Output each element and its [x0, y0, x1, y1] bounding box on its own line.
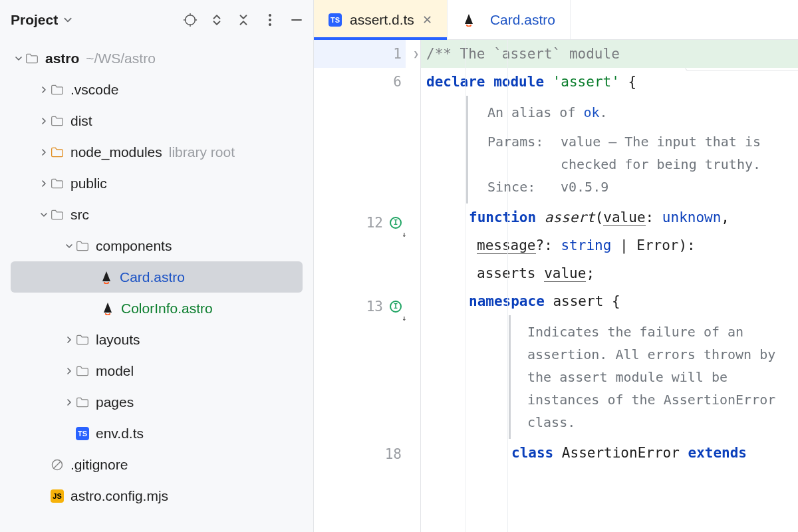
tab-card[interactable]: Card.astro [448, 0, 571, 39]
doc-block: Indicates the failure of an assertion. A… [421, 315, 798, 439]
line-number: 18 [385, 440, 402, 468]
code-text: /** The `assert` module [426, 46, 620, 62]
tree-item-label: ColorInfo.astro [121, 301, 213, 317]
chevron-right-icon[interactable] [63, 367, 76, 375]
astro-icon [101, 302, 114, 315]
ts-icon: TS [76, 427, 89, 440]
doc-link[interactable]: ok [584, 104, 600, 120]
line-number: 13 [366, 293, 383, 321]
folder-icon [51, 208, 64, 221]
tree-item-label: model [96, 363, 134, 379]
tab-label: Card.astro [490, 12, 555, 28]
tree-item-label: .vscode [70, 82, 118, 98]
close-icon[interactable]: ✕ [422, 13, 432, 27]
folder-icon [76, 239, 89, 253]
astro-icon [100, 271, 113, 284]
tree-item[interactable]: model [0, 355, 313, 386]
collapse-icon[interactable] [236, 13, 251, 27]
chevron-down-icon[interactable] [37, 211, 51, 219]
tree-item[interactable]: pages [0, 386, 313, 418]
tree-item[interactable]: node_moduleslibrary root [0, 136, 313, 168]
tab-bar: TS assert.d.ts ✕ Card.astro [314, 0, 798, 40]
folder-icon [51, 83, 64, 96]
svg-line-10 [53, 461, 61, 469]
chevron-down-icon [63, 12, 72, 28]
minimize-icon[interactable] [289, 13, 304, 27]
tree-root-name: astro [45, 51, 79, 66]
sidebar-title-label: Project [11, 12, 58, 28]
tree-item[interactable]: .gitignore [0, 449, 313, 480]
folder-icon [76, 396, 89, 409]
js-icon: JS [51, 489, 64, 503]
folder-icon [51, 177, 64, 190]
svg-point-6 [269, 19, 271, 21]
tree-item[interactable]: layouts [0, 324, 313, 355]
tree-item-label: pages [96, 394, 134, 410]
ts-icon: TS [329, 13, 342, 27]
tree-item[interactable]: .vscode [0, 74, 313, 105]
tree-root[interactable]: astro ~/WS/astro [0, 43, 313, 74]
tree-item-label: public [70, 176, 107, 192]
tree-item-label: dist [70, 113, 92, 129]
tree-item-label: env.d.ts [96, 426, 144, 442]
tree-item-label: node_modules [70, 144, 162, 160]
tree-item[interactable]: ColorInfo.astro [0, 293, 313, 324]
more-icon[interactable] [263, 13, 277, 27]
editor-pane: TS assert.d.ts ✕ Card.astro Reader Mode … [314, 0, 798, 532]
chevron-right-icon[interactable] [63, 336, 76, 344]
sidebar-actions [183, 13, 304, 27]
folder-icon [76, 333, 89, 346]
tree-item-label: src [70, 207, 89, 223]
sidebar-header: Project [0, 0, 313, 40]
folder-icon [51, 114, 64, 128]
tree-item-label: .gitignore [70, 457, 128, 473]
chevron-down-icon[interactable] [63, 242, 76, 250]
astro-icon [462, 13, 475, 27]
doc-block: An alias of ok. Params:value – The input… [421, 96, 798, 203]
tree-item[interactable]: TSenv.d.ts [0, 418, 313, 449]
svg-point-5 [269, 14, 271, 16]
chevron-right-icon[interactable] [37, 86, 51, 94]
chevron-right-icon[interactable] [37, 117, 51, 125]
expand-icon[interactable] [209, 13, 224, 27]
tree-item[interactable]: Card.astro [11, 261, 303, 293]
svg-point-0 [186, 15, 196, 25]
ban-icon [51, 458, 64, 471]
tree-item[interactable]: dist [0, 105, 313, 136]
tree-item-label: astro.config.mjs [70, 488, 168, 504]
chevron-right-icon[interactable] [37, 180, 51, 188]
line-number: 1 [393, 40, 402, 68]
chevron-down-icon[interactable] [12, 55, 25, 63]
code-content[interactable]: /** The `assert` module declare module '… [420, 40, 798, 532]
folder-icon [51, 146, 64, 159]
line-number: 12 [366, 209, 383, 237]
fold-icon[interactable]: ❯ [414, 40, 419, 68]
project-tree[interactable]: astro ~/WS/astro .vscodedistnode_modules… [0, 40, 313, 532]
sidebar-title[interactable]: Project [11, 12, 72, 28]
tree-item[interactable]: public [0, 168, 313, 199]
line-number: 6 [393, 68, 402, 96]
tree-root-path: ~/WS/astro [86, 51, 155, 66]
target-icon[interactable] [183, 13, 198, 27]
tree-item-label: layouts [96, 332, 140, 348]
implements-icon[interactable]: I [390, 301, 402, 313]
tab-label: assert.d.ts [350, 12, 414, 28]
svg-point-7 [269, 23, 271, 25]
project-sidebar: Project astro ~/WS/astro .vscoded [0, 0, 314, 532]
gutter: 1❯ 6 12I 13I 18 [314, 40, 420, 532]
tree-item[interactable]: src [0, 199, 313, 230]
tree-item-label: components [96, 238, 172, 254]
tree-item-label: Card.astro [120, 269, 185, 285]
implements-icon[interactable]: I [390, 217, 402, 229]
tree-item[interactable]: JSastro.config.mjs [0, 480, 313, 511]
folder-icon [76, 364, 89, 378]
code-editor[interactable]: 1❯ 6 12I 13I 18 /** The `assert` module … [314, 40, 798, 532]
chevron-right-icon[interactable] [63, 398, 76, 406]
tree-item-hint: library root [169, 144, 235, 160]
folder-icon [25, 52, 39, 65]
tree-item[interactable]: components [0, 230, 313, 261]
tab-assert[interactable]: TS assert.d.ts ✕ [314, 0, 448, 39]
chevron-right-icon[interactable] [37, 148, 51, 156]
